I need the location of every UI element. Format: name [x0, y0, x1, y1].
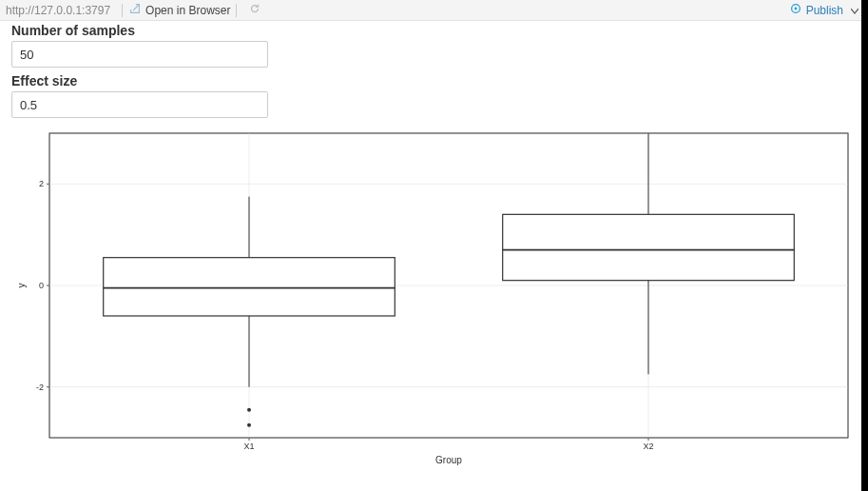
svg-text:0: 0 — [39, 281, 44, 290]
effect-label: Effect size — [11, 73, 857, 88]
svg-text:2: 2 — [39, 179, 44, 188]
publish-label: Publish — [806, 4, 843, 17]
svg-text:X2: X2 — [643, 442, 653, 451]
samples-label: Number of samples — [11, 23, 857, 38]
svg-text:Group: Group — [435, 455, 462, 465]
svg-text:X1: X1 — [243, 442, 254, 451]
samples-input[interactable] — [11, 41, 268, 68]
viewer-topbar: http://127.0.0.1:3797 Open in Browser Pu… — [0, 0, 868, 21]
boxplot-output: -202X1X2Groupy — [11, 124, 853, 471]
svg-rect-21 — [104, 258, 395, 316]
svg-point-23 — [247, 408, 251, 412]
svg-point-1 — [794, 8, 797, 10]
url-display: http://127.0.0.1:3797 — [6, 4, 110, 17]
open-in-browser-button[interactable]: Open in Browser — [128, 2, 230, 18]
window-right-edge — [861, 0, 868, 491]
refresh-button[interactable] — [248, 2, 261, 18]
effect-input[interactable] — [11, 91, 268, 118]
divider — [236, 4, 237, 17]
svg-text:-2: -2 — [36, 383, 44, 392]
publish-dropdown-caret[interactable] — [847, 4, 862, 17]
svg-rect-27 — [503, 214, 795, 280]
shiny-app-body: Number of samples Effect size -202X1X2Gr… — [0, 21, 868, 473]
svg-point-24 — [247, 423, 251, 427]
refresh-icon — [248, 2, 261, 18]
publish-icon — [789, 2, 802, 18]
popout-icon — [128, 2, 142, 18]
svg-text:y: y — [16, 284, 27, 288]
chevron-down-icon — [851, 4, 858, 17]
divider — [122, 4, 123, 17]
publish-button[interactable]: Publish — [789, 2, 843, 18]
effect-control: Effect size — [11, 73, 857, 118]
samples-control: Number of samples — [11, 23, 857, 68]
open-in-browser-label: Open in Browser — [145, 4, 230, 17]
